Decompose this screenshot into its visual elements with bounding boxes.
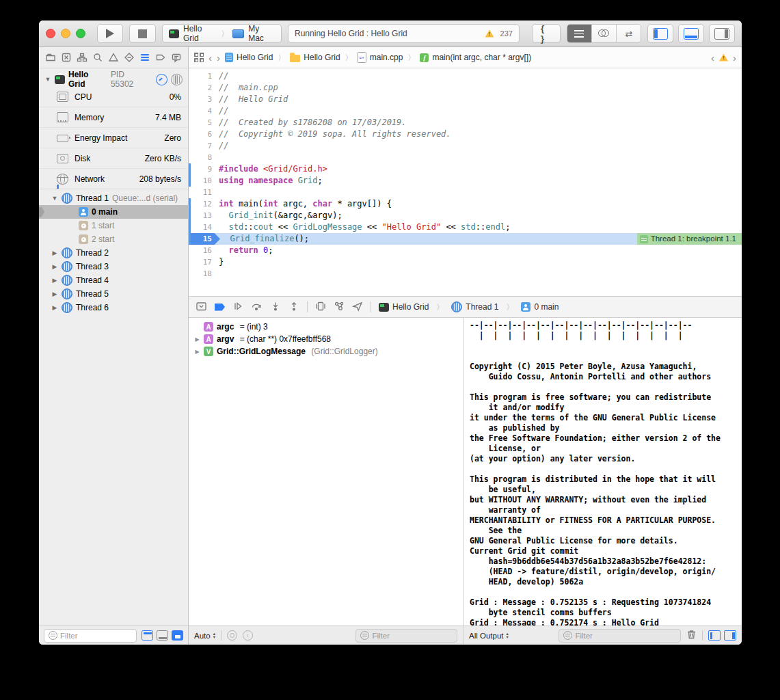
line-number[interactable]: 3 xyxy=(189,94,219,105)
line-number[interactable]: 4 xyxy=(189,105,219,117)
debug-breadcrumb-frame[interactable]: 0 main xyxy=(521,302,559,312)
gauges-toggle-icon[interactable] xyxy=(156,74,167,85)
disclosure-open-icon[interactable]: ▼ xyxy=(51,195,58,202)
thread-row[interactable]: ▶Thread 4 xyxy=(39,273,188,287)
variable-row[interactable]: ▶VGrid::GridLogMessage (Grid::GridLogger… xyxy=(189,345,463,358)
info-icon[interactable]: i xyxy=(243,630,253,641)
standard-editor-button[interactable] xyxy=(567,25,591,42)
run-button[interactable] xyxy=(97,24,123,43)
symbol-navigator-tab[interactable] xyxy=(77,52,88,63)
breakpoints-toggle-button[interactable] xyxy=(215,304,225,311)
debug-breadcrumb-thread[interactable]: Thread 1 xyxy=(451,301,498,312)
gauge-row-energy[interactable]: Energy ImpactZero xyxy=(39,127,188,148)
gauge-row-net[interactable]: Network208 bytes/s xyxy=(39,168,188,189)
issue-warning-icon[interactable] xyxy=(719,54,728,62)
show-console-toggle[interactable] xyxy=(724,630,736,641)
variable-row[interactable]: ▶Aargv = (char **) 0x7ffeefbff568 xyxy=(189,333,463,345)
line-number[interactable]: 14 xyxy=(189,221,219,233)
line-number[interactable]: 13 xyxy=(189,210,219,221)
gauge-row-cpu[interactable]: CPU0% xyxy=(39,87,188,107)
debug-navigator-tab[interactable] xyxy=(139,52,150,63)
close-window-button[interactable] xyxy=(46,29,55,38)
line-number[interactable]: 9 xyxy=(189,163,219,175)
test-navigator-tab[interactable] xyxy=(124,52,135,63)
breadcrumb-group[interactable]: Hello Grid xyxy=(290,53,340,62)
source-control-navigator-tab[interactable] xyxy=(61,52,72,63)
breadcrumb-file[interactable]: c+ main.cpp xyxy=(358,52,403,63)
breadcrumb-project[interactable]: Hello Grid xyxy=(225,53,273,62)
thread-row[interactable]: 0 main xyxy=(39,205,188,219)
disclosure-closed-icon[interactable]: ▶ xyxy=(194,349,200,355)
disclosure-closed-icon[interactable]: ▶ xyxy=(51,277,58,284)
variables-filter-input[interactable]: Filter xyxy=(355,629,457,643)
version-editor-button[interactable]: ⇄ xyxy=(616,25,641,42)
toggle-inspector-button[interactable] xyxy=(709,24,735,43)
disclosure-closed-icon[interactable]: ▶ xyxy=(51,291,58,297)
breakpoint-line-number[interactable]: 15 xyxy=(189,233,220,245)
warning-count[interactable]: 237 xyxy=(500,29,513,38)
disclosure-closed-icon[interactable]: ▶ xyxy=(51,250,58,256)
thread-row[interactable]: 1 start xyxy=(39,219,188,232)
clear-console-button[interactable] xyxy=(686,629,697,643)
console-filter-input[interactable]: Filter xyxy=(559,629,681,643)
project-navigator-tab[interactable] xyxy=(45,52,56,63)
console-output[interactable]: --|--|--|--|--|--|--|--|--|--|--|--|--|-… xyxy=(464,318,742,625)
debug-breadcrumb-process[interactable]: Hello Grid xyxy=(379,302,429,312)
thread-row[interactable]: ▼Thread 1Queue:...d (serial) xyxy=(39,191,188,205)
line-number[interactable]: 5 xyxy=(189,117,219,129)
process-row[interactable]: ▼ Hello Grid PID 55302 xyxy=(39,72,188,87)
breakpoint-navigator-tab[interactable] xyxy=(155,52,166,63)
line-number[interactable]: 11 xyxy=(189,187,219,198)
disclosure-open-icon[interactable]: ▼ xyxy=(44,76,51,83)
disclosure-closed-icon[interactable]: ▶ xyxy=(194,336,200,342)
previous-issue-button[interactable]: ‹ xyxy=(711,53,714,63)
next-issue-button[interactable]: › xyxy=(733,53,736,63)
thread-row[interactable]: ▶Thread 3 xyxy=(39,260,188,273)
related-items-icon[interactable] xyxy=(194,53,204,62)
line-number[interactable]: 8 xyxy=(189,152,219,163)
variable-row[interactable]: Aargc = (int) 3 xyxy=(189,321,463,333)
show-variables-view-toggle[interactable] xyxy=(708,630,721,641)
show-stack-frames-icon[interactable] xyxy=(157,630,168,641)
back-button[interactable]: ‹ xyxy=(209,53,212,63)
thread-row[interactable]: ▶Thread 2 xyxy=(39,246,188,260)
console-scope-popup[interactable]: All Output ▴▾ xyxy=(469,632,509,640)
minimize-window-button[interactable] xyxy=(61,29,70,38)
thread-row[interactable]: ▶Thread 6 xyxy=(39,301,188,314)
gauge-row-mem[interactable]: Memory7.4 MB xyxy=(39,107,188,127)
forward-button[interactable]: › xyxy=(217,53,220,63)
step-out-button[interactable] xyxy=(288,301,299,314)
warning-icon[interactable] xyxy=(485,30,494,38)
breakpoint-annotation[interactable]: Thread 1: breakpoint 1.1 xyxy=(637,233,742,245)
issue-navigator-tab[interactable] xyxy=(108,52,119,63)
variables-view[interactable]: Aargc = (int) 3▶Aargv = (char **) 0x7ffe… xyxy=(189,318,464,625)
step-over-button[interactable] xyxy=(251,301,263,314)
zoom-window-button[interactable] xyxy=(76,29,85,38)
line-number[interactable]: 18 xyxy=(189,268,219,280)
toggle-debug-area-button[interactable] xyxy=(678,24,704,43)
hide-debug-area-button[interactable] xyxy=(196,301,207,314)
navigator-filter-input[interactable]: Filter xyxy=(44,629,137,643)
source-editor[interactable]: 1//2// main.cpp3// Hello Grid4//5// Crea… xyxy=(189,68,742,296)
line-number[interactable]: 7 xyxy=(189,140,219,152)
step-into-button[interactable] xyxy=(270,301,281,314)
thread-row[interactable]: ▶Thread 5 xyxy=(39,287,188,301)
gauge-row-disk[interactable]: DiskZero KB/s xyxy=(39,148,188,168)
stop-button[interactable] xyxy=(129,24,156,43)
debug-view-hierarchy-button[interactable] xyxy=(315,301,326,314)
line-number[interactable]: 10 xyxy=(189,175,219,187)
report-navigator-tab[interactable] xyxy=(171,52,182,63)
line-number[interactable]: 6 xyxy=(189,129,219,140)
line-number[interactable]: 16 xyxy=(189,245,219,256)
flag-filter-icon[interactable] xyxy=(227,630,237,641)
disclosure-closed-icon[interactable]: ▶ xyxy=(51,263,58,270)
find-navigator-tab[interactable] xyxy=(92,52,103,63)
scheme-selector[interactable]: Hello Grid 〉 My Mac xyxy=(162,24,282,43)
line-number[interactable]: 1 xyxy=(189,70,219,82)
show-running-blocks-icon[interactable] xyxy=(142,630,153,641)
continue-button[interactable] xyxy=(232,301,243,314)
library-button[interactable]: { } xyxy=(532,24,561,43)
thread-row[interactable]: 2 start xyxy=(39,232,188,246)
variables-scope-popup[interactable]: Auto ▴▾ xyxy=(194,632,215,640)
breadcrumb-symbol[interactable]: f main(int argc, char * argv[]) xyxy=(420,53,531,62)
